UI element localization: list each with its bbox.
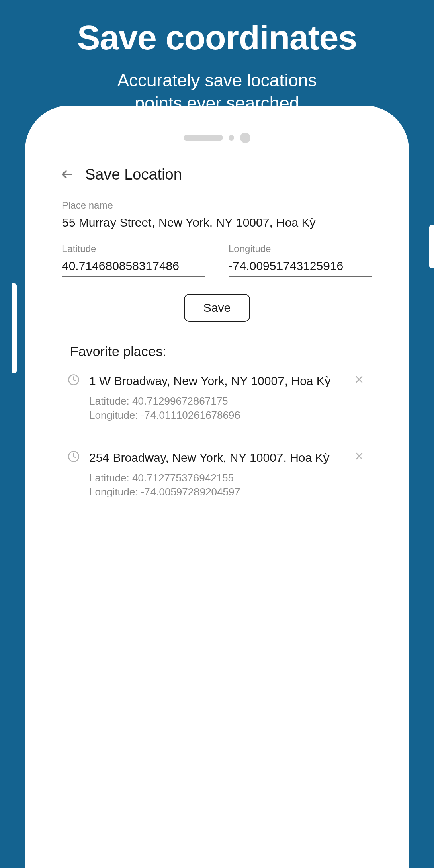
promo-title: Save coordinates (0, 0, 434, 57)
longitude-label: Longitude (229, 243, 372, 254)
phone-notch (184, 133, 250, 143)
app-header: Save Location (52, 157, 382, 192)
camera-dot (240, 133, 250, 143)
speaker-grille (184, 135, 223, 141)
app-screen: Save Location Place name Latitude Longit… (52, 157, 382, 868)
favorites-heading: Favorite places: (70, 344, 372, 359)
lon-value: -74.01110261678696 (141, 409, 240, 421)
lat-value: 40.71299672867175 (132, 395, 228, 407)
back-arrow-icon[interactable] (60, 168, 74, 181)
favorite-name: 1 W Broadway, New York, NY 10007, Hoa Kỳ (89, 373, 349, 389)
clock-icon (68, 374, 80, 386)
place-name-label: Place name (62, 200, 372, 211)
latitude-input[interactable] (62, 257, 205, 277)
place-name-input[interactable] (62, 213, 372, 233)
longitude-input[interactable] (229, 257, 372, 277)
lat-value: 40.712775376942155 (132, 472, 234, 484)
phone-power-button (429, 225, 434, 268)
favorite-coords: Latitude: 40.71299672867175 Longitude: -… (89, 394, 349, 422)
latitude-label: Latitude (62, 243, 205, 254)
promo-subtitle-line1: Accurately save locations (117, 70, 317, 90)
lon-prefix: Longitude: (89, 486, 141, 498)
lat-prefix: Latitude: (89, 472, 132, 484)
clock-icon (68, 450, 80, 463)
form-area: Place name Latitude Longitude Save Favor… (52, 192, 382, 513)
close-icon[interactable] (354, 451, 364, 461)
favorite-item[interactable]: 1 W Broadway, New York, NY 10007, Hoa Kỳ… (62, 359, 372, 436)
favorite-coords: Latitude: 40.712775376942155 Longitude: … (89, 471, 349, 499)
lon-value: -74.00597289204597 (141, 486, 240, 498)
sensor-dot (229, 135, 234, 141)
favorite-item[interactable]: 254 Broadway, New York, NY 10007, Hoa Kỳ… (62, 436, 372, 513)
favorite-content: 1 W Broadway, New York, NY 10007, Hoa Kỳ… (89, 373, 349, 422)
close-icon[interactable] (354, 375, 364, 384)
save-button[interactable]: Save (184, 294, 250, 322)
page-title: Save Location (85, 166, 182, 183)
phone-frame: Save Location Place name Latitude Longit… (25, 106, 409, 868)
favorite-name: 254 Broadway, New York, NY 10007, Hoa Kỳ (89, 450, 349, 465)
favorite-content: 254 Broadway, New York, NY 10007, Hoa Kỳ… (89, 450, 349, 499)
lon-prefix: Longitude: (89, 409, 141, 421)
lat-prefix: Latitude: (89, 395, 132, 407)
phone-volume-button (12, 283, 17, 373)
